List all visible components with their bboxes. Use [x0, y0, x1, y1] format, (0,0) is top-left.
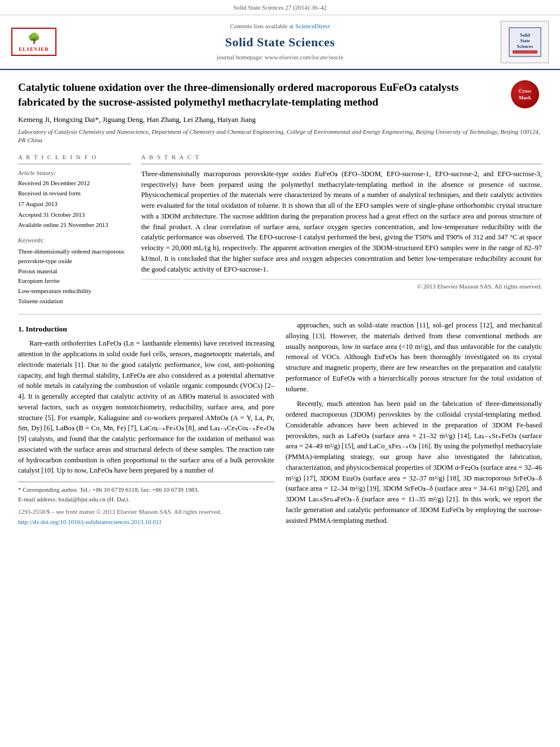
- contents-text: Contents lists available at: [230, 23, 294, 29]
- received-date: Received 26 December 2012: [18, 178, 131, 189]
- affiliation-text: Laboratory of Catalysis Chemistry and Na…: [18, 128, 542, 145]
- elsevier-logo: 🌳 ELSEVIER: [11, 28, 56, 56]
- keyword-2: Porous material: [18, 267, 131, 277]
- sciencedirect-link[interactable]: ScienceDirect: [295, 23, 330, 29]
- section-divider: [18, 314, 542, 314]
- article-info-column: A R T I C L E I N F O Article history: R…: [18, 153, 131, 306]
- journal-citation: Solid State Sciences 27 (2014) 36–42: [233, 4, 326, 11]
- history-label: Article history:: [18, 169, 131, 178]
- keywords-list: Three-dimensionally ordered macroporous …: [18, 247, 131, 307]
- article-info-header: A R T I C L E I N F O: [18, 153, 131, 164]
- keywords-label: Keywords:: [18, 236, 131, 245]
- elsevier-tree-icon: 🌳: [28, 31, 40, 46]
- intro-para-col2-1-text: approaches, such as solid–state reaction…: [286, 321, 542, 393]
- authors-text: Kemeng Ji, Hongxing Dai*, Jiguang Deng, …: [18, 115, 256, 124]
- footer-issn: 1293-2558/$ – see front matter © 2013 El…: [18, 507, 274, 517]
- footnote-email-line: E-mail address: hxdai@bjut.edu.cn (H. Da…: [18, 495, 274, 504]
- page: Solid State Sciences 27 (2014) 36–42 🌳 E…: [0, 0, 560, 541]
- authors-line: Kemeng Ji, Hongxing Dai*, Jiguang Deng, …: [18, 115, 542, 125]
- journal-header: 🌳 ELSEVIER Contents lists available at S…: [0, 15, 560, 70]
- journal-title: Solid State Sciences: [73, 33, 487, 51]
- journal-homepage: journal homepage: www.elsevier.com/locat…: [73, 53, 487, 62]
- svg-rect-4: [513, 50, 537, 54]
- footer-doi-link[interactable]: http://dx.doi.org/10.1016/j.solidstatesc…: [18, 518, 162, 525]
- keyword-5: Toluene oxidation: [18, 296, 131, 307]
- crossmark-logo: CrossMark: [511, 80, 542, 111]
- intro-para-1-text: Rare-earth orthoferrites LnFeO₃ (Ln = la…: [18, 339, 274, 474]
- main-col-right: approaches, such as solid–state reaction…: [286, 320, 542, 530]
- header-center: Contents lists available at ScienceDirec…: [73, 22, 487, 62]
- article-info-abstract: A R T I C L E I N F O Article history: R…: [18, 153, 542, 306]
- keyword-4: Low-temperature reducibility: [18, 286, 131, 296]
- abstract-header: A B S T R A C T: [141, 153, 542, 164]
- sciencedirect-line: Contents lists available at ScienceDirec…: [73, 22, 487, 31]
- intro-para-col2-2: Recently, much attention has been paid o…: [286, 399, 542, 526]
- header-left: 🌳 ELSEVIER: [11, 28, 73, 56]
- keyword-3: Europium ferrite: [18, 276, 131, 286]
- abstract-column: A B S T R A C T Three-dimensionally macr…: [141, 153, 542, 306]
- footer-doi-line: http://dx.doi.org/10.1016/j.solidstatesc…: [18, 517, 274, 527]
- main-text-columns: 1. Introduction Rare-earth orthoferrites…: [18, 320, 542, 530]
- intro-para-1: Rare-earth orthoferrites LnFeO₃ (Ln = la…: [18, 338, 274, 476]
- main-col-left: 1. Introduction Rare-earth orthoferrites…: [18, 320, 274, 530]
- keyword-1: Three-dimensionally ordered macroporous …: [18, 247, 131, 267]
- footnote-corresponding: * Corresponding author. Tel.: +86 10 673…: [18, 485, 274, 495]
- article-body: Catalytic toluene oxidation over the thr…: [0, 70, 560, 542]
- header-right: Solid State Sciences: [487, 21, 549, 63]
- intro-para-col2-1: approaches, such as solid–state reaction…: [286, 320, 542, 394]
- journal-logo-box: Solid State Sciences: [501, 21, 549, 63]
- intro-section-title: 1. Introduction: [18, 324, 274, 335]
- elsevier-label: ELSEVIER: [19, 46, 49, 53]
- available-date: Available online 21 November 2013: [18, 220, 131, 230]
- footnote-area: * Corresponding author. Tel.: +86 10 673…: [18, 482, 274, 504]
- abstract-text: Three-dimensionally macroporous perovski…: [141, 169, 542, 275]
- homepage-text: journal homepage: www.elsevier.com/locat…: [217, 54, 343, 60]
- email-value: hxdai@bjut.edu.cn (H. Dai).: [58, 496, 129, 503]
- received-revised-date: 17 August 2013: [18, 199, 131, 209]
- accepted-date: Accepted 31 October 2013: [18, 210, 131, 220]
- crossmark-icon: CrossMark: [511, 80, 539, 108]
- svg-text:State: State: [520, 38, 530, 43]
- article-title-text: Catalytic toluene oxidation over the thr…: [18, 81, 458, 108]
- copyright-line: © 2013 Elsevier Masson SAS. All rights r…: [141, 279, 542, 291]
- svg-text:Sciences: Sciences: [517, 44, 532, 49]
- article-title-area: Catalytic toluene oxidation over the thr…: [18, 80, 542, 109]
- intro-para-col2-2-text: Recently, much attention has been paid o…: [286, 400, 542, 524]
- crossmark-text: CrossMark: [519, 88, 531, 101]
- svg-text:Solid: Solid: [520, 33, 530, 38]
- received-revised-label: Received in revised form: [18, 189, 131, 199]
- article-dates: Received 26 December 2012 Received in re…: [18, 178, 131, 230]
- journal-top-bar: Solid State Sciences 27 (2014) 36–42: [0, 0, 560, 15]
- journal-logo-graphic: Solid State Sciences: [508, 27, 542, 58]
- email-label: E-mail address:: [18, 496, 57, 503]
